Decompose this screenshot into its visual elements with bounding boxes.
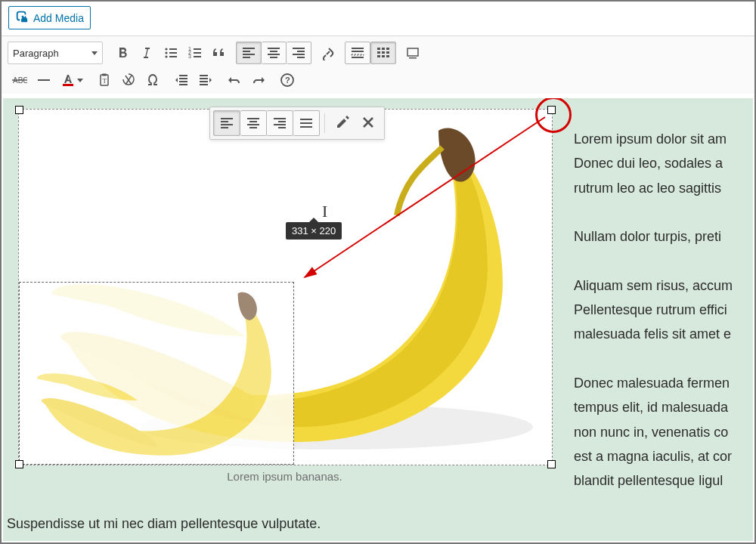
hr-button[interactable] [32, 70, 56, 91]
body-text[interactable]: Lorem ipsum dolor sit am Donec dui leo, … [574, 127, 753, 518]
text-line: Aliquam sem risus, accum [574, 278, 733, 293]
add-media-button[interactable]: Add Media [8, 6, 91, 29]
media-icon [15, 10, 29, 26]
chevron-down-icon [91, 51, 98, 55]
align-right-button[interactable] [287, 42, 311, 64]
img-align-center[interactable] [240, 110, 267, 136]
resize-handle-nw[interactable] [15, 106, 23, 114]
strike-button[interactable]: ABC [8, 70, 32, 91]
clear-format-button[interactable] [116, 70, 141, 91]
body-text-last[interactable]: Suspendisse ut mi nec diam pellentesque … [7, 516, 321, 532]
resize-preview [19, 282, 294, 465]
distraction-free-button[interactable] [401, 42, 425, 63]
toggle-toolbar-button[interactable] [370, 42, 396, 64]
link-button[interactable] [316, 42, 340, 63]
chevron-down-icon [77, 79, 83, 82]
italic-button[interactable] [135, 42, 159, 63]
text-line: tempus elit, id malesuada [574, 400, 728, 415]
text-line: malesuada felis sit amet e [574, 326, 731, 342]
text-line: Lorem ipsum dolor sit am [574, 131, 727, 147]
redo-button[interactable] [246, 70, 271, 91]
image-caption[interactable]: Lorem ipsum bananas. [18, 470, 551, 483]
more-button[interactable] [345, 42, 370, 64]
text-line: rutrum leo ac leo sagittis [574, 181, 721, 196]
outdent-button[interactable] [169, 70, 194, 91]
resize-handle-se[interactable] [547, 460, 556, 468]
img-remove[interactable] [355, 110, 381, 134]
blockquote-button[interactable] [207, 42, 231, 63]
text-cursor-icon: I [322, 202, 327, 221]
annotation-circle [535, 98, 572, 133]
text-line: non nunc in, venenatis co [574, 425, 728, 440]
textcolor-button[interactable] [56, 70, 88, 91]
special-char-button[interactable] [141, 70, 165, 91]
text-line: Nullam dolor turpis, preti [574, 229, 721, 244]
help-button[interactable] [275, 70, 299, 91]
text-line: Donec malesuada fermen [574, 376, 730, 391]
format-select[interactable]: Paragraph [8, 42, 103, 64]
indent-button[interactable] [194, 70, 218, 91]
editor-toolbar: Paragraph ABC [2, 36, 754, 94]
align-left-button[interactable] [236, 42, 262, 64]
text-line: Donec dui leo, sodales a [574, 156, 723, 171]
img-edit[interactable] [330, 110, 355, 134]
image-toolbar [209, 107, 385, 140]
align-center-button[interactable] [262, 42, 287, 64]
format-select-label: Paragraph [13, 48, 59, 59]
add-media-label: Add Media [33, 12, 84, 24]
undo-button[interactable] [222, 70, 246, 91]
ul-button[interactable] [159, 42, 183, 63]
resize-dimensions-tooltip: 331 × 220 [286, 222, 342, 240]
resize-handle-sw[interactable] [15, 460, 23, 468]
img-align-none[interactable] [293, 110, 320, 136]
paste-button[interactable] [92, 70, 116, 91]
text-line: est a magna iaculis, at cor [574, 449, 732, 464]
selected-image[interactable]: 331 × 220 I [18, 109, 553, 465]
bold-button[interactable] [110, 42, 135, 63]
editor-content-area[interactable]: 331 × 220 I Lorem ipsum bananas. Lorem i… [3, 98, 753, 541]
img-align-left[interactable] [213, 110, 240, 136]
ol-button[interactable] [183, 42, 207, 63]
text-line: blandit pellentesque ligul [574, 473, 723, 488]
text-line: Pellentesque rutrum effici [574, 302, 727, 317]
img-align-right[interactable] [267, 110, 293, 136]
